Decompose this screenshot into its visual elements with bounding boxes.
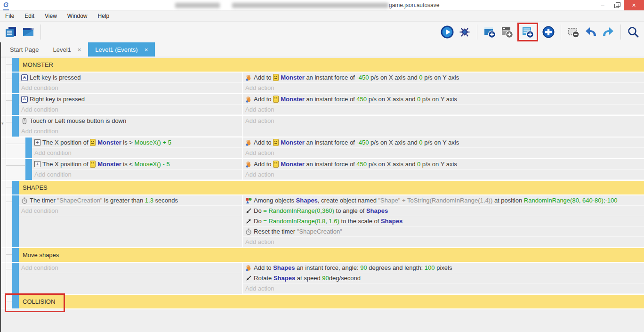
project-manager-icon[interactable] [4, 25, 18, 39]
debug-icon[interactable] [458, 25, 472, 39]
action-line[interactable]: Add to Monster an instant force of -450 … [243, 73, 644, 83]
undo-icon[interactable] [584, 25, 598, 39]
add-more-events-icon[interactable] [541, 25, 555, 39]
angle-icon [245, 275, 252, 282]
condition-line[interactable]: ARight key is pressed [19, 94, 242, 105]
add-condition-button[interactable]: Add condition [19, 206, 242, 216]
action-line[interactable]: Rotate Shapes at speed 90deg/second [243, 273, 644, 283]
event-selection-bar[interactable] [25, 159, 32, 180]
action-line[interactable]: Add to Monster an instant force of 450 p… [243, 94, 644, 105]
tab-bar: Start PageLevel1×Level1 (Events)× [0, 42, 644, 57]
add-action-button[interactable]: Add action [243, 170, 644, 180]
window-controls: – × [596, 0, 644, 10]
redo-icon[interactable] [601, 25, 615, 39]
tab-label: Level1 [53, 46, 71, 53]
menu-help[interactable]: Help [93, 13, 115, 19]
add-action-button[interactable]: Add action [243, 83, 644, 93]
text-segment: Among objects [254, 197, 296, 204]
play-button[interactable] [440, 25, 454, 39]
monster-icon [90, 161, 96, 168]
menu-view[interactable]: View [40, 13, 62, 19]
menu-window[interactable]: Window [62, 13, 93, 19]
event-selection-bar[interactable] [12, 248, 19, 262]
add-condition-button[interactable]: Add condition [19, 126, 242, 137]
event-row: ▾Touch or Left mouse button is downAdd c… [1, 116, 644, 138]
event-selection-bar[interactable] [12, 181, 19, 194]
text-segment: "ShapeCreation" [297, 228, 342, 235]
text-segment: MouseX() - 5 [135, 161, 170, 168]
condition-line[interactable]: ALeft key is pressed [19, 73, 242, 83]
text-segment: Add condition [21, 84, 58, 91]
condition-line[interactable]: +The X position of Monster is < MouseX()… [32, 159, 242, 170]
text-segment: Add to [254, 161, 273, 168]
add-action-button[interactable]: Add action [243, 283, 644, 294]
event-selection-bar[interactable] [12, 58, 19, 72]
tab-start-page[interactable]: Start Page [3, 42, 46, 57]
scene-editor-icon[interactable] [21, 25, 35, 39]
tab-close-icon[interactable]: × [78, 46, 81, 53]
text-segment: Monster [281, 139, 305, 146]
text-segment: 0 [419, 139, 422, 146]
action-line[interactable]: Add to Monster an instant force of -450 … [243, 138, 644, 148]
add-action-button[interactable]: Add action [243, 237, 644, 247]
add-event-icon[interactable] [483, 25, 497, 39]
delete-event-icon[interactable] [566, 25, 580, 39]
group-header-label[interactable]: SHAPES [19, 181, 644, 194]
angle-icon [245, 208, 252, 214]
group-header-label[interactable]: Move shapes [19, 248, 644, 262]
close-button[interactable]: × [624, 0, 644, 10]
menu-file[interactable]: File [0, 13, 19, 19]
toolbar-right [440, 23, 640, 41]
group-header-label[interactable]: COLLISION [19, 295, 644, 308]
add-action-button[interactable]: Add action [243, 105, 644, 115]
action-line[interactable]: Do = RandomInRange(0.8, 1.6) to the scal… [243, 216, 644, 227]
event-selection-bar[interactable] [12, 73, 19, 93]
text-segment: Shapes [273, 264, 295, 271]
tab-close-icon[interactable]: × [145, 46, 148, 53]
text-segment: Add action [245, 149, 274, 156]
menu-edit[interactable]: Edit [19, 13, 40, 19]
event-tree-margin [1, 94, 12, 115]
condition-line[interactable]: +The X position of Monster is > MouseX()… [32, 138, 242, 148]
event-selection-bar[interactable] [12, 295, 19, 308]
condition-line[interactable]: Touch or Left mouse button is down [19, 116, 242, 126]
collapse-expander-icon[interactable]: ▾ [1, 121, 4, 126]
text-segment: -450 [356, 139, 369, 146]
event-selection-bar[interactable] [25, 138, 32, 158]
add-condition-button[interactable]: Add condition [19, 83, 242, 93]
text-segment: Add action [245, 285, 274, 292]
text-segment: 1.3 [145, 197, 153, 204]
minimize-button[interactable]: – [596, 0, 610, 10]
add-action-button[interactable]: Add action [243, 148, 644, 158]
monster-icon [273, 139, 279, 146]
actions-column: Add to Monster an instant force of -450 … [242, 73, 644, 93]
monster-icon [273, 74, 279, 81]
action-line[interactable]: Add to Shapes an instant force, angle: 9… [243, 263, 644, 273]
add-condition-button[interactable]: Add condition [19, 105, 242, 115]
conditions-column: +The X position of Monster is > MouseX()… [32, 138, 242, 158]
toolbar-separator [477, 24, 477, 40]
add-condition-button[interactable]: Add condition [32, 148, 242, 158]
add-condition-button[interactable]: Add condition [19, 263, 242, 273]
event-body: +The X position of Monster is < MouseX()… [32, 159, 644, 180]
group-header-label[interactable]: MONSTER [19, 58, 644, 72]
search-icon[interactable] [626, 25, 640, 39]
action-line[interactable]: Do = RandomInRange(0,360) to angle of Sh… [243, 206, 644, 216]
event-selection-bar[interactable] [12, 94, 19, 115]
action-line[interactable]: Among objects Shapes, create object name… [243, 195, 644, 206]
text-segment: an instant force, angle: [295, 264, 360, 271]
restore-button[interactable] [610, 0, 624, 10]
scale-icon [245, 218, 252, 225]
event-selection-bar[interactable] [12, 195, 19, 247]
action-line[interactable]: Add to Monster an instant force of 450 p… [243, 159, 644, 170]
add-subevent-icon[interactable] [500, 25, 514, 39]
tab-level1-events-[interactable]: Level1 (Events)× [88, 42, 155, 57]
action-line[interactable]: Reset the timer "ShapeCreation" [243, 227, 644, 237]
event-selection-bar[interactable] [12, 116, 19, 137]
add-action-button[interactable]: Add action [243, 116, 644, 126]
tab-level1[interactable]: Level1× [46, 42, 88, 57]
event-selection-bar[interactable] [12, 263, 19, 294]
condition-line[interactable]: The timer "ShapeCreation" is greater tha… [19, 195, 242, 206]
add-condition-button[interactable]: Add condition [32, 170, 242, 180]
add-comment-icon[interactable] [521, 25, 535, 39]
